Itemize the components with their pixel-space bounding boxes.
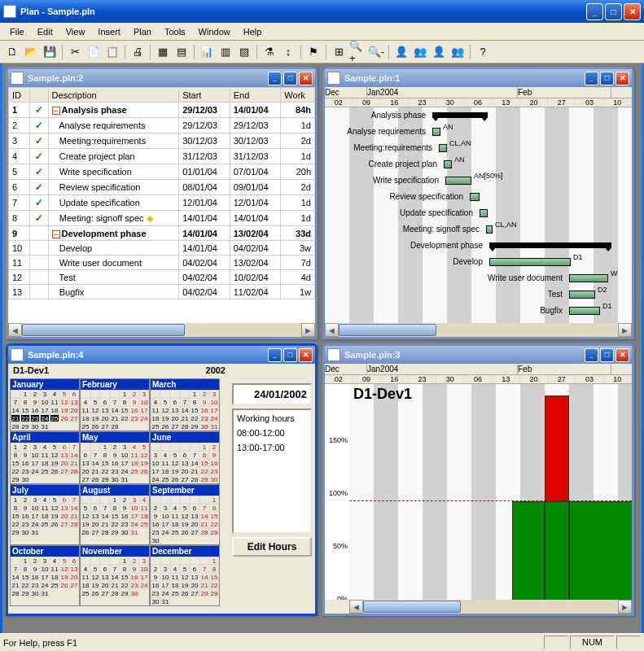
table-row[interactable]: 5✓ Write specification01/01/0407/01/0420…: [9, 164, 315, 180]
scroll-right-icon[interactable]: ►: [618, 323, 632, 337]
table-row[interactable]: 10 Develop14/01/0404/02/043w: [9, 241, 315, 256]
cut-icon[interactable]: ✂: [66, 43, 84, 61]
grid3-icon[interactable]: ▥: [217, 43, 234, 61]
chart-icon[interactable]: 📊: [198, 43, 216, 61]
menu-tools[interactable]: Tools: [158, 25, 192, 38]
column-header[interactable]: Start: [179, 88, 230, 103]
month-cell[interactable]: July123456789101112131415161718192021222…: [10, 484, 80, 545]
outline-collapse-icon[interactable]: −: [52, 230, 60, 238]
table-row[interactable]: 7✓ Update specification12/01/0412/01/041…: [9, 195, 315, 211]
user1-icon[interactable]: 👤: [392, 43, 410, 61]
histogram-bar[interactable]: [545, 501, 569, 607]
save-icon[interactable]: 💾: [41, 43, 59, 61]
gantt-bar[interactable]: [569, 307, 600, 315]
gantt-bar[interactable]: [432, 128, 440, 136]
calc-icon[interactable]: ⊞: [330, 43, 348, 61]
scroll-left-icon[interactable]: ◄: [8, 323, 22, 337]
month-cell[interactable]: October123456789101112131415161718192021…: [10, 545, 80, 606]
grid4-icon[interactable]: ▧: [235, 43, 253, 61]
month-cell[interactable]: March12345678910111213141516171819202122…: [150, 378, 220, 431]
scrollbar-h[interactable]: ◄ ►: [8, 323, 315, 337]
close-button[interactable]: ✕: [624, 3, 641, 20]
month-cell[interactable]: August1234567891011121314151617181920212…: [80, 484, 150, 545]
copy-icon[interactable]: 📄: [85, 43, 103, 61]
scroll-left-icon[interactable]: ◄: [325, 323, 339, 337]
pane-close-button[interactable]: ✕: [616, 348, 629, 362]
month-cell[interactable]: February12345678910111213141516171819202…: [80, 378, 150, 431]
user3-icon[interactable]: 👤: [430, 43, 448, 61]
table-row[interactable]: 4✓ Create project plan31/12/0331/12/031d: [9, 149, 315, 164]
help-icon[interactable]: ?: [474, 43, 492, 61]
table-row[interactable]: 12 Test04/02/0410/02/044d: [9, 270, 315, 285]
table-row[interactable]: 6✓ Review specification08/01/0409/01/042…: [9, 180, 315, 195]
table-row[interactable]: 8✓ Meeting: signoff spec ◆14/01/0414/01/…: [9, 211, 315, 226]
paste-icon[interactable]: 📋: [103, 43, 121, 61]
column-header[interactable]: [29, 88, 48, 103]
pane-close-button[interactable]: ✕: [299, 72, 313, 85]
zoom-out-icon[interactable]: 🔍-: [367, 43, 385, 61]
gantt-bar[interactable]: [470, 193, 480, 201]
pane-maximize-button[interactable]: □: [600, 348, 614, 362]
gantt-bar[interactable]: [489, 242, 611, 248]
edit-hours-button[interactable]: Edit Hours: [232, 537, 312, 557]
table-row[interactable]: 3✓ Meeting:requirements30/12/0330/12/032…: [9, 133, 315, 149]
month-cell[interactable]: April12345678910111213141516171819202122…: [10, 431, 80, 484]
pane-minimize-button[interactable]: _: [585, 72, 598, 85]
menu-window[interactable]: Window: [192, 25, 237, 38]
column-header[interactable]: Work: [281, 88, 315, 103]
minimize-button[interactable]: _: [586, 3, 603, 20]
scroll-left-icon[interactable]: ◄: [349, 600, 363, 614]
gantt-bar[interactable]: [569, 274, 608, 282]
table-row[interactable]: 13 Bugfix04/02/0411/02/041w: [9, 285, 315, 299]
menu-insert[interactable]: Insert: [91, 25, 127, 38]
pane-minimize-button[interactable]: _: [268, 72, 282, 85]
zoom-in-icon[interactable]: 🔍+: [348, 43, 366, 61]
column-header[interactable]: Description: [48, 88, 179, 103]
gantt-bar[interactable]: [480, 209, 488, 217]
menu-view[interactable]: View: [59, 25, 92, 38]
user4-icon[interactable]: 👥: [449, 43, 467, 61]
month-cell[interactable]: June123456789101112131415161718192021222…: [150, 431, 220, 484]
histogram-body[interactable]: D1-Dev1 0%50%100%150%: [325, 384, 632, 612]
new-icon[interactable]: 🗋: [3, 43, 21, 61]
scroll-right-icon[interactable]: ►: [618, 600, 632, 614]
scroll-right-icon[interactable]: ►: [301, 323, 315, 337]
year-calendar[interactable]: January123456789101112131415161718192021…: [8, 377, 221, 608]
pane-minimize-button[interactable]: _: [268, 348, 282, 362]
pane-maximize-button[interactable]: □: [600, 72, 614, 85]
column-header[interactable]: End: [230, 88, 281, 103]
menu-file[interactable]: File: [3, 25, 31, 38]
gantt-bar[interactable]: [489, 258, 571, 266]
table-row[interactable]: 9−Development phase14/01/0413/02/0433d: [9, 226, 315, 241]
outline-collapse-icon[interactable]: −: [52, 107, 60, 115]
menu-plan[interactable]: Plan: [127, 25, 158, 38]
open-icon[interactable]: 📂: [22, 43, 40, 61]
gantt-bar[interactable]: [486, 225, 493, 234]
gantt-bar[interactable]: [569, 291, 595, 299]
gantt-bar[interactable]: [444, 160, 452, 168]
histogram-bar[interactable]: [545, 395, 569, 501]
pane-maximize-button[interactable]: □: [283, 72, 297, 85]
table-row[interactable]: 11 Write user document04/02/0413/02/047d: [9, 256, 315, 270]
user2-icon[interactable]: 👥: [411, 43, 429, 61]
table-row[interactable]: 2✓ Analyse requirements29/12/0329/12/031…: [9, 118, 315, 133]
pane-close-button[interactable]: ✕: [299, 348, 313, 362]
month-cell[interactable]: September1234567891011121314151617181920…: [150, 484, 220, 545]
histogram-bar[interactable]: [512, 501, 545, 607]
grid1-icon[interactable]: ▦: [154, 43, 172, 61]
filter-icon[interactable]: ⚗: [261, 43, 278, 61]
scrollbar-h[interactable]: ◄ ►: [325, 600, 632, 614]
pane-minimize-button[interactable]: _: [585, 348, 598, 362]
sort-icon[interactable]: ↕: [279, 43, 297, 61]
gantt-body[interactable]: Analysis phaseAnalyse requirementsANMeet…: [325, 107, 632, 326]
pane-maximize-button[interactable]: □: [283, 348, 297, 362]
grid2-icon[interactable]: ▤: [173, 43, 191, 61]
scrollbar-h[interactable]: ◄ ►: [325, 323, 632, 337]
month-cell[interactable]: January123456789101112131415161718192021…: [10, 378, 80, 431]
maximize-button[interactable]: □: [605, 3, 622, 20]
flag-icon[interactable]: ⚑: [304, 43, 322, 61]
table-row[interactable]: 1✓−Analysis phase29/12/0314/01/0484h: [9, 103, 315, 118]
pane-close-button[interactable]: ✕: [616, 72, 629, 85]
task-table[interactable]: IDDescriptionStartEndWork1✓−Analysis pha…: [8, 87, 315, 299]
month-cell[interactable]: December12345678910111213141516171819202…: [150, 545, 220, 606]
